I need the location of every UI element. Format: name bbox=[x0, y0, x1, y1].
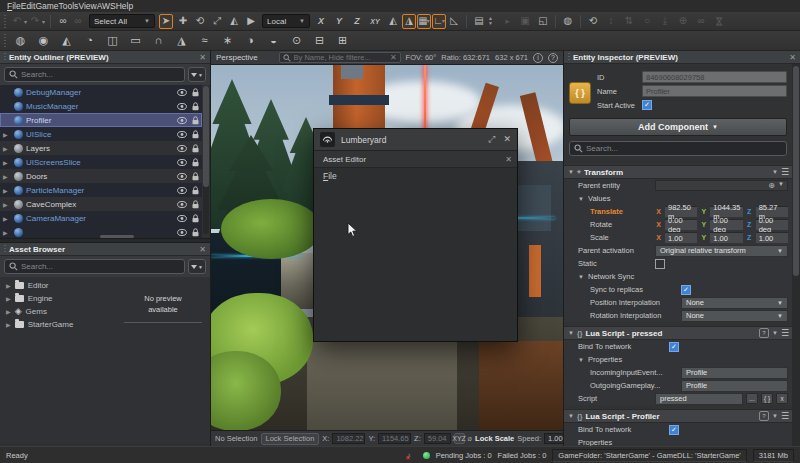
particle-editor-icon[interactable]: ∗ bbox=[219, 33, 236, 48]
panel-grip[interactable] bbox=[568, 53, 570, 62]
select-tool-icon[interactable]: ➤ bbox=[159, 14, 173, 29]
constrain-z-icon[interactable]: Z bbox=[350, 14, 364, 29]
rotate-90-icon[interactable]: ⟲ bbox=[586, 14, 600, 29]
rotation-interpolation-dropdown[interactable]: None▼ bbox=[681, 310, 788, 322]
menu-item[interactable]: Tools bbox=[59, 1, 79, 11]
static-checkbox[interactable] bbox=[655, 259, 665, 269]
menu-item[interactable]: Help bbox=[116, 1, 133, 11]
asset-search-input[interactable] bbox=[4, 259, 185, 274]
component-menu-icon[interactable]: ☰ bbox=[781, 411, 788, 421]
restore-window-icon[interactable]: ⤢ bbox=[488, 134, 495, 145]
panel-grip[interactable] bbox=[4, 53, 6, 62]
audio-muted-icon[interactable]: ♪ bbox=[407, 451, 417, 460]
scale-tool-icon[interactable]: ⤢ bbox=[210, 14, 224, 29]
lock-icon[interactable] bbox=[192, 186, 199, 195]
close-icon[interactable]: ✕ bbox=[199, 53, 206, 62]
move-tool-icon[interactable]: ✚ bbox=[176, 14, 190, 29]
collapse-icon[interactable]: ▼ bbox=[578, 196, 585, 202]
switch-to-game-icon[interactable]: ▶ bbox=[244, 14, 258, 29]
asset-folder-row[interactable]: ▶ ◈ StarterGame bbox=[0, 318, 116, 331]
collapse-icon[interactable]: ▼ bbox=[578, 274, 585, 280]
close-window-icon[interactable]: ✕ bbox=[503, 134, 511, 145]
link-selected-icon[interactable]: ∞ bbox=[56, 14, 70, 29]
constrain-y-icon[interactable]: Y bbox=[332, 14, 346, 29]
menu-item[interactable]: View bbox=[78, 1, 96, 11]
lock-icon[interactable] bbox=[192, 144, 199, 153]
visibility-eye-icon[interactable] bbox=[177, 215, 187, 222]
toolbar-grip[interactable] bbox=[4, 34, 6, 47]
undo-dropdown-icon[interactable]: ▾ bbox=[24, 18, 27, 25]
lock-scale-toggle[interactable]: Lock Scale bbox=[475, 434, 514, 443]
visibility-eye-icon[interactable] bbox=[177, 103, 187, 110]
physics-link-icon[interactable]: ∞ bbox=[694, 14, 708, 29]
outgoing-gameplay-field[interactable]: Profile bbox=[681, 380, 788, 392]
menu-item[interactable]: File bbox=[7, 1, 21, 11]
incoming-input-event-field[interactable]: Profile bbox=[681, 367, 788, 379]
lock-icon[interactable] bbox=[192, 116, 199, 125]
visibility-eye-icon[interactable] bbox=[177, 229, 187, 236]
expand-icon[interactable]: ▶ bbox=[3, 215, 8, 222]
component-menu-icon[interactable]: ☰ bbox=[781, 328, 788, 338]
lock-icon[interactable] bbox=[192, 158, 199, 167]
outliner-filter-button[interactable]: ▼ bbox=[188, 67, 206, 82]
z-coordinate-field[interactable]: 59.04 bbox=[424, 433, 451, 444]
lock-icon[interactable]: ⌀ bbox=[468, 434, 473, 443]
clear-search-icon[interactable]: ✕ bbox=[390, 53, 397, 62]
entity-row[interactable]: ▶ Layers bbox=[0, 141, 202, 155]
entity-row[interactable]: ▶ DebugManager bbox=[0, 85, 202, 99]
component-menu-icon[interactable]: ☰ bbox=[781, 167, 788, 177]
rotate-x-field[interactable]: 0.00 deg bbox=[665, 219, 697, 230]
component-help-icon[interactable]: ? bbox=[759, 328, 769, 338]
start-active-checkbox[interactable]: ✓ bbox=[642, 100, 652, 110]
entity-row[interactable]: ▶ Profiler bbox=[0, 113, 202, 127]
sun-trajectory-icon[interactable]: ◒ bbox=[265, 33, 282, 48]
asset-processor-status-icon[interactable] bbox=[423, 452, 430, 459]
drop-object-icon[interactable]: ⤓ bbox=[658, 14, 672, 29]
component-help-icon[interactable]: ? bbox=[759, 411, 769, 421]
picker-icon[interactable]: ⊕ bbox=[768, 181, 775, 190]
entity-row[interactable]: ▶ UIScreensSlice bbox=[0, 155, 202, 169]
flow-graph-icon[interactable]: ⊞ bbox=[334, 33, 351, 48]
sync-to-replicas-checkbox[interactable]: ✓ bbox=[681, 285, 691, 295]
save-snapshot-icon[interactable]: ▣ bbox=[518, 14, 532, 29]
menu-item[interactable]: AWS bbox=[97, 1, 116, 11]
browse-script-button[interactable]: ... bbox=[746, 393, 758, 404]
chevron-down-icon[interactable]: ▼ bbox=[772, 330, 778, 336]
expand-icon[interactable]: ▶ bbox=[6, 295, 11, 302]
rotate-tool-icon[interactable]: ⟲ bbox=[193, 14, 207, 29]
geppetto-icon[interactable]: ◭ bbox=[58, 33, 75, 48]
selection-mask-icon[interactable]: ▤ bbox=[472, 14, 486, 29]
expand-icon[interactable]: ▶ bbox=[6, 321, 11, 328]
move-vertical-icon[interactable]: ↕ bbox=[604, 14, 618, 29]
lumberyard-floating-window[interactable]: Lumberyard ⤢ ✕ Asset Editor ✕ File bbox=[313, 128, 518, 342]
lock-selection-button[interactable]: Lock Selection bbox=[261, 433, 320, 445]
entity-name-field[interactable]: Profiler bbox=[642, 85, 787, 97]
asset-filter-button[interactable]: ▼ bbox=[188, 259, 206, 274]
expand-icon[interactable]: ▶ bbox=[3, 173, 8, 180]
add-component-button[interactable]: Add Component▼ bbox=[569, 118, 787, 136]
close-icon[interactable]: ✕ bbox=[789, 53, 796, 62]
xyz-toggle[interactable]: XYZ bbox=[454, 433, 465, 444]
visibility-eye-icon[interactable] bbox=[177, 201, 187, 208]
lock-icon[interactable] bbox=[192, 214, 199, 223]
visibility-eye-icon[interactable] bbox=[177, 159, 187, 166]
select-terrain-icon[interactable]: ◭ bbox=[227, 14, 241, 29]
audio-controls-icon[interactable]: ∩ bbox=[150, 33, 167, 48]
goto-position-icon[interactable]: ◍ bbox=[561, 14, 575, 29]
time-of-day-icon[interactable]: ◑ bbox=[242, 33, 259, 48]
entity-row[interactable]: ▶ CameraManager bbox=[0, 211, 202, 225]
light-explorer-icon[interactable]: ⊙ bbox=[288, 33, 305, 48]
asset-folder-row[interactable]: ▶ ◈ Gems bbox=[0, 305, 116, 318]
expand-icon[interactable]: ▶ bbox=[6, 282, 11, 289]
expand-icon[interactable]: ▶ bbox=[3, 229, 8, 236]
select-all-dropdown[interactable]: Select All ▼ bbox=[89, 14, 155, 28]
visibility-eye-icon[interactable] bbox=[177, 145, 187, 152]
grid-snap-icon[interactable]: ▦▾ bbox=[417, 14, 431, 29]
asset-folder-row[interactable]: ▶ ◈ Engine bbox=[0, 292, 116, 305]
ui-editor-icon[interactable]: ▭ bbox=[127, 33, 144, 48]
lock-icon[interactable] bbox=[192, 102, 199, 111]
help-icon[interactable]: ? bbox=[548, 53, 558, 63]
layers-window-icon[interactable]: ◱ bbox=[536, 14, 550, 29]
snap-to-terrain-icon[interactable]: ◮ bbox=[402, 14, 416, 29]
menu-item[interactable]: Edit bbox=[21, 1, 36, 11]
